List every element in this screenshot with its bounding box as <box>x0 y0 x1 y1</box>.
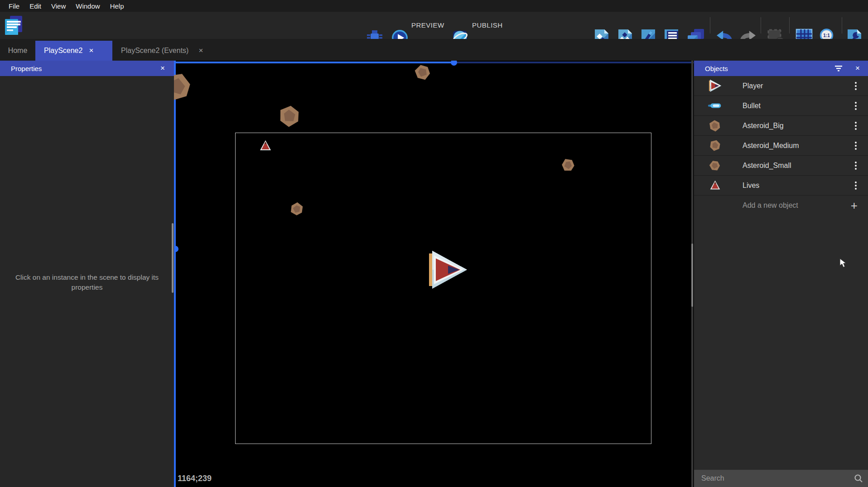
svg-text:1:1: 1:1 <box>823 33 830 38</box>
menu-view[interactable]: View <box>46 2 71 10</box>
kebab-menu-icon[interactable] <box>852 119 859 132</box>
object-row-player[interactable]: Player <box>694 76 868 96</box>
canvas-h-scroll-line-rest <box>456 62 694 63</box>
properties-panel: Properties × Click on an instance in the… <box>0 61 174 487</box>
toolbar-separator <box>710 17 710 33</box>
tab-playscene2-events[interactable]: PlayScene2 (Events) × <box>113 41 222 61</box>
kebab-menu-icon[interactable] <box>852 80 859 92</box>
object-row-asteroid-small[interactable]: Asteroid_Small <box>694 156 868 176</box>
toolbar-separator <box>789 17 790 33</box>
object-row-asteroid-medium[interactable]: Asteroid_Medium <box>694 136 868 156</box>
kebab-menu-icon[interactable] <box>852 159 859 172</box>
menu-file[interactable]: File <box>4 2 24 10</box>
filter-icon[interactable] <box>834 65 843 72</box>
close-tab-icon[interactable]: × <box>89 46 93 55</box>
asteroid-big-instance[interactable] <box>276 103 303 130</box>
plus-icon: + <box>851 196 858 215</box>
objects-search-bar <box>694 470 868 487</box>
scene-editor-canvas[interactable]: 1164;239 <box>174 61 694 487</box>
canvas-h-scroll-thumb[interactable] <box>451 61 457 66</box>
asteroid-medium-object-icon <box>708 138 722 153</box>
properties-scrollbar-thumb[interactable] <box>172 223 174 293</box>
asteroid-medium-instance[interactable] <box>412 62 433 82</box>
close-icon[interactable]: × <box>855 64 860 73</box>
object-row-lives[interactable]: Lives <box>694 176 868 196</box>
publish-button[interactable]: PUBLISH <box>472 12 503 39</box>
objects-panel: Objects × Player Bullet <box>694 61 868 487</box>
properties-empty-message: Click on an instance in the scene to dis… <box>14 272 160 293</box>
add-new-object-button[interactable]: Add a new object + <box>694 196 868 215</box>
canvas-v-scroll-line[interactable] <box>174 61 176 487</box>
cursor-coordinates: 1164;239 <box>178 474 212 483</box>
lives-instance[interactable] <box>259 139 272 153</box>
canvas-scrollbar-thumb[interactable] <box>691 244 693 307</box>
gdevelop-project-manager-icon[interactable] <box>4 15 24 36</box>
search-input[interactable] <box>694 470 868 487</box>
close-icon[interactable]: × <box>160 64 165 73</box>
properties-title: Properties <box>0 65 42 72</box>
menu-window[interactable]: Window <box>71 2 105 10</box>
kebab-menu-icon[interactable] <box>852 100 859 112</box>
properties-panel-header: Properties × <box>0 61 174 76</box>
tab-playscene2[interactable]: PlayScene2 × <box>35 41 112 61</box>
menu-edit[interactable]: Edit <box>24 2 46 10</box>
tab-home[interactable]: Home <box>0 41 35 61</box>
kebab-menu-icon[interactable] <box>852 139 859 152</box>
main-toolbar: PREVIEW PUBLISH <box>0 12 868 39</box>
editor-tab-bar: Home PlayScene2 × PlayScene2 (Events) × <box>0 39 868 61</box>
asteroid-big-object-icon <box>708 119 722 133</box>
objects-panel-header: Objects × <box>694 61 868 76</box>
bullet-object-icon <box>708 99 722 113</box>
toolbar-separator <box>842 17 842 33</box>
asteroid-small-object-icon <box>708 158 722 173</box>
mouse-cursor <box>839 258 848 268</box>
search-icon <box>854 474 863 483</box>
object-row-asteroid-big[interactable]: Asteroid_Big <box>694 116 868 136</box>
menu-help[interactable]: Help <box>105 2 129 10</box>
objects-title: Objects <box>694 65 728 72</box>
close-tab-icon[interactable]: × <box>198 46 203 55</box>
canvas-h-scroll-line[interactable] <box>174 62 456 63</box>
object-row-bullet[interactable]: Bullet <box>694 96 868 116</box>
kebab-menu-icon[interactable] <box>852 179 859 192</box>
menu-bar: File Edit View Window Help <box>0 0 868 12</box>
asteroid-big-instance[interactable] <box>174 67 198 107</box>
gdevelop-window: File Edit View Window Help <box>0 0 868 487</box>
preview-button[interactable]: PREVIEW <box>411 12 444 39</box>
player-object-icon <box>708 79 722 93</box>
player-instance[interactable] <box>426 249 468 290</box>
canvas-v-scroll-thumb[interactable] <box>174 246 178 252</box>
lives-object-icon <box>708 178 722 193</box>
toolbar-separator <box>761 17 761 33</box>
